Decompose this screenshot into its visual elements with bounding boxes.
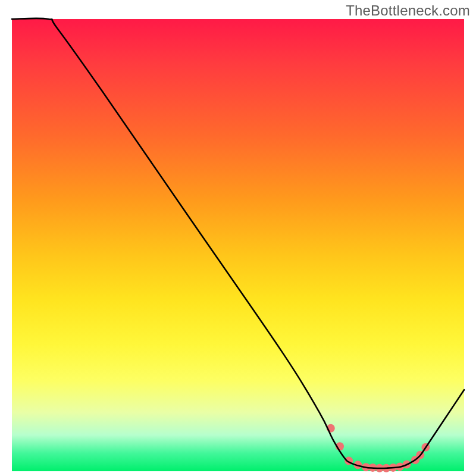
chart-frame: TheBottleneck.com — [0, 0, 476, 476]
watermark-text: TheBottleneck.com — [346, 2, 470, 19]
plot-area — [12, 19, 464, 471]
chart-svg — [12, 19, 464, 471]
bottleneck-curve — [12, 18, 464, 468]
highlight-dots-group — [327, 424, 430, 472]
